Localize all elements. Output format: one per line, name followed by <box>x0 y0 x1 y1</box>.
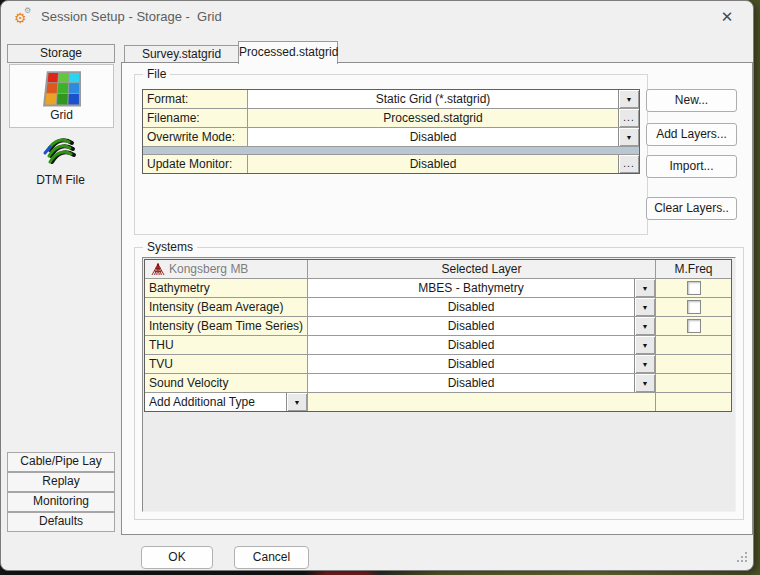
mfreq-column-header: M.Freq <box>656 260 731 278</box>
cancel-button[interactable]: Cancel <box>234 546 309 569</box>
intensity-beam-average-mfreq-checkbox[interactable] <box>687 300 701 314</box>
sound-velocity-layer-value[interactable]: Disabled <box>308 374 634 392</box>
filename-value[interactable]: Processed.statgrid <box>248 109 618 127</box>
table-row-intensity-beam-time-series: Intensity (Beam Time Series) Disabled ▼ <box>145 317 731 336</box>
update-monitor-value[interactable]: Disabled <box>248 155 618 173</box>
sidebar-nav-replay[interactable]: Replay <box>7 472 115 492</box>
table-row-format: Format: Static Grid (*.statgrid) ▼ <box>143 90 639 109</box>
filename-label: Filename: <box>143 109 248 127</box>
table-row-tvu: TVU Disabled ▼ <box>145 355 731 374</box>
system-column-label: Kongsberg MB <box>169 260 248 278</box>
tvu-layer-value[interactable]: Disabled <box>308 355 634 373</box>
bathymetry-mfreq-checkbox[interactable] <box>687 281 701 295</box>
thu-mfreq-cell <box>656 336 731 354</box>
sidebar-nav-defaults[interactable]: Defaults <box>7 512 115 532</box>
sidebar-nav-cable-pipe-lay[interactable]: Cable/Pipe Lay <box>7 452 115 472</box>
systems-table: Kongsberg MB Selected Layer M.Freq Bathy… <box>144 259 732 412</box>
sidebar-item-label: DTM File <box>9 173 112 187</box>
update-monitor-label: Update Monitor: <box>143 155 248 173</box>
tvu-label: TVU <box>145 355 308 373</box>
table-row-bathymetry: Bathymetry MBES - Bathymetry ▼ <box>145 279 731 298</box>
gear-small-icon: ⚙ <box>24 7 31 15</box>
sidebar-item-grid[interactable]: Grid <box>9 64 114 128</box>
chevron-down-icon: ▼ <box>626 134 633 141</box>
dtm-contours-icon <box>42 134 78 168</box>
ok-button[interactable]: OK <box>141 546 213 569</box>
bathymetry-layer-value[interactable]: MBES - Bathymetry <box>308 279 634 297</box>
table-row-filename: Filename: Processed.statgrid ... <box>143 109 639 128</box>
sidebar-item-dtm-file[interactable]: DTM File <box>9 130 112 192</box>
sound-velocity-label: Sound Velocity <box>145 374 308 392</box>
table-row-intensity-beam-average: Intensity (Beam Average) Disabled ▼ <box>145 298 731 317</box>
format-dropdown-button[interactable]: ▼ <box>618 90 639 108</box>
intensity-beam-time-series-layer-value[interactable]: Disabled <box>308 317 634 335</box>
update-monitor-browse-button[interactable]: ... <box>618 155 639 173</box>
tab-survey-statgrid[interactable]: Survey.statgrid (Main) <box>124 45 239 63</box>
chevron-down-icon: ▼ <box>642 342 649 349</box>
systems-header-row: Kongsberg MB Selected Layer M.Freq <box>145 260 731 279</box>
sidebar-nav-monitoring[interactable]: Monitoring <box>7 492 115 512</box>
grid-icon <box>43 71 81 106</box>
systems-group-title: Systems <box>143 240 197 254</box>
chevron-down-icon: ▼ <box>642 323 649 330</box>
intensity-beam-average-label: Intensity (Beam Average) <box>145 298 308 316</box>
format-value[interactable]: Static Grid (*.statgrid) <box>248 90 618 108</box>
table-row-thu: THU Disabled ▼ <box>145 336 731 355</box>
add-additional-type-empty-mfreq <box>656 393 731 411</box>
intensity-beam-average-layer-value[interactable]: Disabled <box>308 298 634 316</box>
file-table: Format: Static Grid (*.statgrid) ▼ Filen… <box>142 89 640 174</box>
multibeam-sonar-icon <box>151 263 165 276</box>
tab-processed-statgrid[interactable]: Processed.statgrid <box>238 41 338 64</box>
add-additional-type-dropdown-button[interactable]: ▼ <box>286 393 307 411</box>
close-icon[interactable]: ✕ <box>717 7 737 27</box>
add-layers-button[interactable]: Add Layers... <box>646 123 737 146</box>
row-separator <box>143 147 639 155</box>
thu-layer-value[interactable]: Disabled <box>308 336 634 354</box>
import-button[interactable]: Import... <box>646 155 737 178</box>
systems-table-container: Kongsberg MB Selected Layer M.Freq Bathy… <box>142 257 736 512</box>
new-button[interactable]: New... <box>646 89 737 112</box>
chevron-down-icon: ▼ <box>642 361 649 368</box>
window-title: Session Setup - Storage - Grid <box>41 9 222 24</box>
intensity-beam-time-series-dropdown-button[interactable]: ▼ <box>634 317 655 335</box>
overwrite-mode-value[interactable]: Disabled <box>248 128 618 146</box>
tab-page-panel: File Format: Static Grid (*.statgrid) ▼ … <box>121 62 753 535</box>
overwrite-mode-dropdown-button[interactable]: ▼ <box>618 128 639 146</box>
chevron-down-icon: ▼ <box>294 399 301 406</box>
ellipsis-icon: ... <box>623 161 634 167</box>
filename-browse-button[interactable]: ... <box>618 109 639 127</box>
thu-label: THU <box>145 336 308 354</box>
chevron-down-icon: ▼ <box>642 285 649 292</box>
systems-groupbox: Systems <box>134 247 744 520</box>
intensity-beam-average-dropdown-button[interactable]: ▼ <box>634 298 655 316</box>
chevron-down-icon: ▼ <box>626 96 633 103</box>
add-additional-type-label: Add Additional Type <box>149 393 286 411</box>
table-row-add-additional-type: Add Additional Type ▼ <box>145 393 731 411</box>
sound-velocity-mfreq-cell <box>656 374 731 392</box>
selected-layer-column-header: Selected Layer <box>308 260 656 278</box>
bathymetry-dropdown-button[interactable]: ▼ <box>634 279 655 297</box>
resize-grip[interactable] <box>737 560 739 562</box>
title-bar[interactable]: ⚙ ⚙ Session Setup - Storage - Grid ✕ <box>1 1 753 33</box>
clear-layers-button[interactable]: Clear Layers.. <box>646 197 737 220</box>
session-setup-dialog: ⚙ ⚙ Session Setup - Storage - Grid ✕ Sto… <box>0 0 754 571</box>
table-row-overwrite-mode: Overwrite Mode: Disabled ▼ <box>143 128 639 147</box>
add-additional-type-dropdown[interactable]: Add Additional Type ▼ <box>145 393 308 411</box>
file-group-title: File <box>143 67 170 81</box>
sidebar-header-storage: Storage <box>7 44 115 63</box>
intensity-beam-time-series-label: Intensity (Beam Time Series) <box>145 317 308 335</box>
bathymetry-label: Bathymetry <box>145 279 308 297</box>
table-row-sound-velocity: Sound Velocity Disabled ▼ <box>145 374 731 393</box>
add-additional-type-empty-value <box>308 393 656 411</box>
system-column-header: Kongsberg MB <box>145 260 308 278</box>
format-label: Format: <box>143 90 248 108</box>
chevron-down-icon: ▼ <box>642 304 649 311</box>
intensity-beam-time-series-mfreq-checkbox[interactable] <box>687 319 701 333</box>
chevron-down-icon: ▼ <box>642 380 649 387</box>
file-groupbox: File Format: Static Grid (*.statgrid) ▼ … <box>134 74 648 235</box>
thu-dropdown-button[interactable]: ▼ <box>634 336 655 354</box>
tvu-dropdown-button[interactable]: ▼ <box>634 355 655 373</box>
table-row-update-monitor: Update Monitor: Disabled ... <box>143 155 639 173</box>
sound-velocity-dropdown-button[interactable]: ▼ <box>634 374 655 392</box>
sidebar-item-label: Grid <box>10 108 113 122</box>
